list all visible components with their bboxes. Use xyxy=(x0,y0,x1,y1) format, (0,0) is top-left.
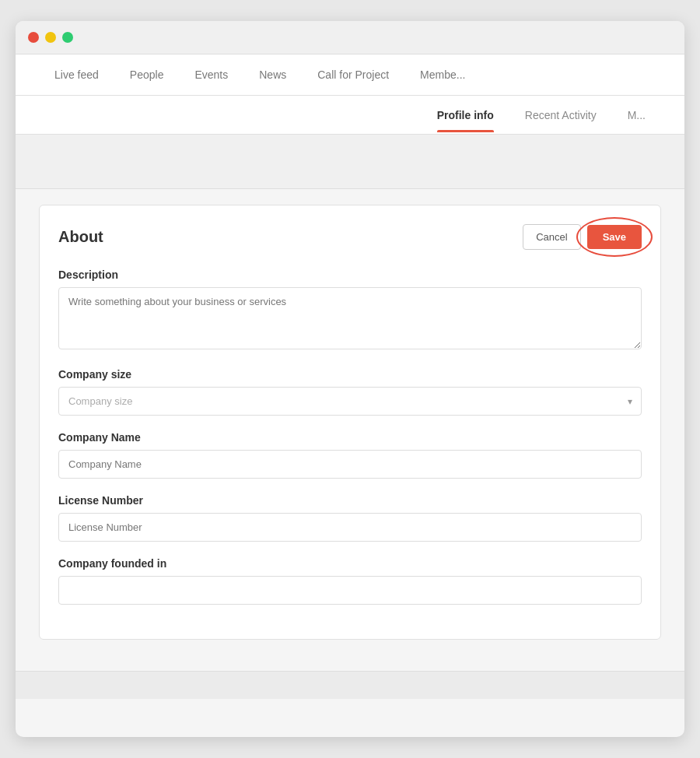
app-window: Live feed People Events News Call for Pr… xyxy=(16,21,684,737)
company-name-field-group: Company Name xyxy=(58,431,642,479)
company-size-field-group: Company size Company size 1-10 11-50 51-… xyxy=(58,368,642,416)
save-wrapper: Save xyxy=(587,225,642,249)
company-name-input[interactable] xyxy=(58,450,642,479)
nav-item-members[interactable]: Membe... xyxy=(404,54,481,95)
minimize-button[interactable] xyxy=(45,32,56,43)
save-button[interactable]: Save xyxy=(587,225,642,249)
description-field-group: Description xyxy=(58,268,642,353)
company-name-label: Company Name xyxy=(58,431,642,444)
titlebar xyxy=(16,21,684,54)
maximize-button[interactable] xyxy=(62,32,73,43)
tab-recent-activity[interactable]: Recent Activity xyxy=(509,98,612,132)
license-number-field-group: License Number xyxy=(58,494,642,542)
company-size-select-wrapper: Company size 1-10 11-50 51-200 201-500 5… xyxy=(58,387,642,416)
license-number-label: License Number xyxy=(58,494,642,507)
description-textarea[interactable] xyxy=(58,287,642,349)
about-title: About xyxy=(58,228,103,246)
close-button[interactable] xyxy=(28,32,39,43)
tab-profile-info[interactable]: Profile info xyxy=(422,98,509,132)
license-number-input[interactable] xyxy=(58,513,642,542)
company-founded-input[interactable] xyxy=(58,576,642,605)
nav-item-livefeed[interactable]: Live feed xyxy=(39,54,114,95)
content-area: About Cancel Save Description Company si… xyxy=(16,189,684,671)
cancel-button[interactable]: Cancel xyxy=(523,224,580,250)
tab-more[interactable]: M... xyxy=(612,98,661,132)
about-card: About Cancel Save Description Company si… xyxy=(39,205,661,640)
company-size-label: Company size xyxy=(58,368,642,381)
nav-item-callforproject[interactable]: Call for Project xyxy=(302,54,404,95)
nav-item-news[interactable]: News xyxy=(243,54,302,95)
company-founded-field-group: Company founded in xyxy=(58,557,642,605)
about-header: About Cancel Save xyxy=(58,224,642,250)
profile-banner xyxy=(16,135,684,189)
company-founded-label: Company founded in xyxy=(58,557,642,570)
description-label: Description xyxy=(58,268,642,281)
nav-item-events[interactable]: Events xyxy=(179,54,243,95)
footer-bar xyxy=(16,671,684,699)
sub-navigation-bar: Profile info Recent Activity M... xyxy=(16,96,684,135)
nav-item-people[interactable]: People xyxy=(114,54,180,95)
company-size-select[interactable]: Company size 1-10 11-50 51-200 201-500 5… xyxy=(58,387,642,416)
navigation-bar: Live feed People Events News Call for Pr… xyxy=(16,54,684,96)
action-buttons: Cancel Save xyxy=(523,224,642,250)
